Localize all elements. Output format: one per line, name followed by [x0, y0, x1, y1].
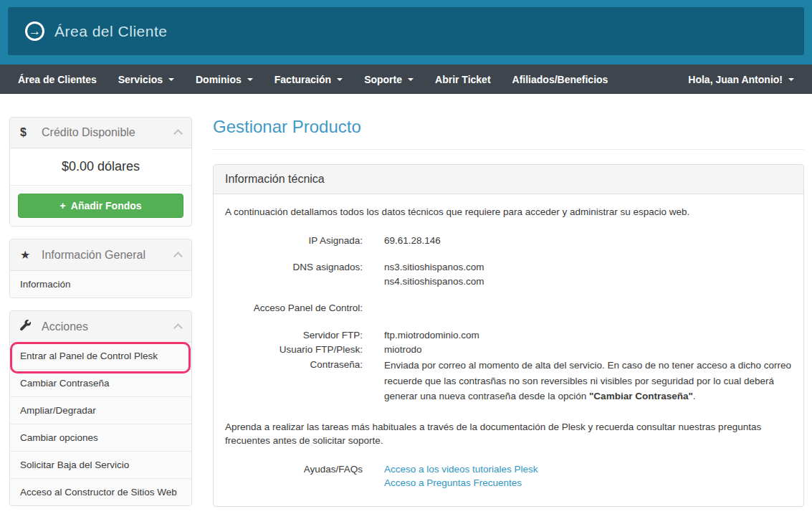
general-info-panel: ★ Información General Información [9, 239, 192, 298]
top-header: → Área del Cliente [0, 0, 812, 65]
actions-panel-title: Acciones [42, 320, 175, 333]
credit-panel: $ Crédito Disponible $0.00 dólares + Aña… [9, 117, 192, 227]
general-info-panel-title: Información General [42, 249, 175, 262]
add-funds-label: Añadir Fondos [71, 200, 142, 211]
dollar-icon: $ [20, 126, 42, 139]
nav-label: Dominios [196, 74, 242, 85]
chevron-up-icon [173, 252, 183, 261]
tech-row-ip: IP Asignada: 69.61.28.146 [225, 234, 792, 248]
password-note-text: Enviada por correo al momento de alta de… [384, 360, 791, 401]
link-faq[interactable]: Acceso a Preguntas Frecuentes [384, 476, 538, 490]
password-note-text: . [693, 391, 696, 401]
tech-row-ftp-server: Servidor FTP: ftp.miotrodominio.com [225, 328, 792, 343]
chevron-down-icon [168, 78, 174, 81]
nav-area-de-clientes[interactable]: Área de Clientes [7, 65, 108, 94]
password-note-bold: "Cambiar Contraseña" [589, 391, 693, 401]
faq-links: Acceso a los videos tutoriales Plesk Acc… [384, 462, 538, 490]
plus-icon: + [59, 200, 65, 211]
tech-row-label: DNS asignados: [225, 260, 363, 288]
credit-panel-header[interactable]: $ Crédito Disponible [10, 118, 191, 148]
tech-row-faqs: Ayudas/FAQs Acceso a los videos tutorial… [225, 462, 792, 490]
tech-outro-text: Aprenda a realizar las tareas más habitu… [225, 420, 791, 448]
main-area: Gestionar Producto Información técnica A… [213, 117, 804, 514]
tech-row-value: 69.61.28.146 [384, 234, 441, 248]
chevron-down-icon [337, 78, 343, 81]
action-item-label: Entrar al Panel de Control Plesk [20, 351, 158, 361]
tech-row-dns: DNS asignados: ns3.sitioshispanos.com ns… [225, 260, 792, 288]
action-item-cambiar-contrasena[interactable]: Cambiar Contraseña [10, 369, 191, 396]
chevron-down-icon [788, 78, 794, 81]
tech-row-label: Servidor FTP: [225, 328, 363, 343]
nav-facturacion[interactable]: Facturación [264, 65, 353, 94]
tech-row-ftp-user: Usuario FTP/Plesk: miotrodo [225, 343, 792, 357]
tech-row-label: Contraseña: [225, 358, 363, 404]
link-plesk-video-tutorials[interactable]: Acceso a los videos tutoriales Plesk [384, 462, 538, 477]
chevron-up-icon [173, 129, 183, 138]
tech-row-label: IP Asignada: [225, 234, 363, 248]
technical-info-panel: Información técnica A continuación detal… [213, 164, 804, 507]
page-content: $ Crédito Disponible $0.00 dólares + Aña… [0, 94, 812, 514]
nav-user-menu[interactable]: Hola, Juan Antonio! [677, 65, 805, 94]
tech-row-label: Usuario FTP/Plesk: [225, 343, 363, 357]
nav-user-label: Hola, Juan Antonio! [688, 74, 783, 85]
credit-panel-footer: + Añadir Fondos [10, 186, 191, 226]
main-navbar: Área de Clientes Servicios Dominios Fact… [0, 65, 812, 94]
wrench-icon [20, 320, 42, 333]
nav-label: Abrir Ticket [435, 74, 491, 85]
nav-label: Servicios [118, 74, 163, 85]
action-item-ampliar-degradar[interactable]: Ampliar/Degradar [10, 396, 191, 424]
action-item-constructor-sitios[interactable]: Acceso al Constructor de Sitios Web [10, 478, 191, 505]
page-title: Gestionar Producto [213, 117, 804, 137]
add-funds-button[interactable]: + Añadir Fondos [18, 194, 183, 218]
tech-row-panel-access: Acceso Panel de Control: [225, 301, 792, 315]
action-item-cambiar-opciones[interactable]: Cambiar opciones [10, 424, 191, 451]
arrow-right-icon: → [25, 22, 44, 41]
tech-row-password: Contraseña: Enviada por correo al moment… [225, 358, 792, 404]
nav-afiliados-beneficios[interactable]: Afiliados/Beneficios [502, 65, 619, 94]
dns-value-2: ns4.sitioshispanos.com [384, 275, 484, 289]
action-item-plesk-login[interactable]: Entrar al Panel de Control Plesk [10, 343, 191, 369]
nav-abrir-ticket[interactable]: Abrir Ticket [424, 65, 502, 94]
nav-servicios[interactable]: Servicios [108, 65, 185, 94]
credit-amount: $0.00 dólares [10, 148, 191, 186]
tech-intro-text: A continuación detallamos todos los dato… [225, 205, 792, 219]
nav-label: Afiliados/Beneficios [512, 74, 608, 85]
tech-row-value: ftp.miotrodominio.com [384, 328, 479, 343]
chevron-down-icon [408, 78, 414, 81]
sidebar-item-informacion[interactable]: Información [10, 271, 191, 298]
actions-panel: Acciones Entrar al Panel de Control Ples… [9, 310, 192, 506]
brand-banner[interactable]: → Área del Cliente [8, 7, 804, 55]
general-info-panel-header[interactable]: ★ Información General [10, 239, 191, 271]
nav-label: Área de Clientes [18, 74, 97, 85]
nav-spacer [618, 65, 677, 94]
credit-panel-title: Crédito Disponible [42, 126, 175, 139]
chevron-up-icon [173, 323, 183, 333]
action-item-solicitar-baja[interactable]: Solicitar Baja del Servicio [10, 451, 191, 478]
nav-label: Soporte [364, 74, 402, 85]
tech-row-value: ns3.sitioshispanos.com ns4.sitioshispano… [384, 260, 484, 288]
title-divider [213, 149, 804, 150]
chevron-down-icon [247, 78, 253, 81]
sidebar: $ Crédito Disponible $0.00 dólares + Aña… [9, 117, 192, 514]
nav-label: Facturación [274, 74, 331, 85]
password-note: Enviada por correo al momento de alta de… [384, 358, 792, 404]
faq-label: Ayudas/FAQs [225, 462, 363, 490]
star-icon: ★ [20, 248, 42, 262]
site-title: Área del Cliente [54, 23, 167, 40]
technical-info-panel-body: A continuación detallamos todos los dato… [214, 194, 803, 506]
technical-info-panel-title: Información técnica [214, 165, 803, 194]
tech-row-label: Acceso Panel de Control: [225, 301, 363, 315]
nav-dominios[interactable]: Dominios [185, 65, 264, 94]
tech-row-value: miotrodo [384, 343, 422, 357]
dns-value-1: ns3.sitioshispanos.com [384, 260, 484, 275]
nav-soporte[interactable]: Soporte [353, 65, 424, 94]
actions-panel-header[interactable]: Acciones [10, 311, 191, 343]
